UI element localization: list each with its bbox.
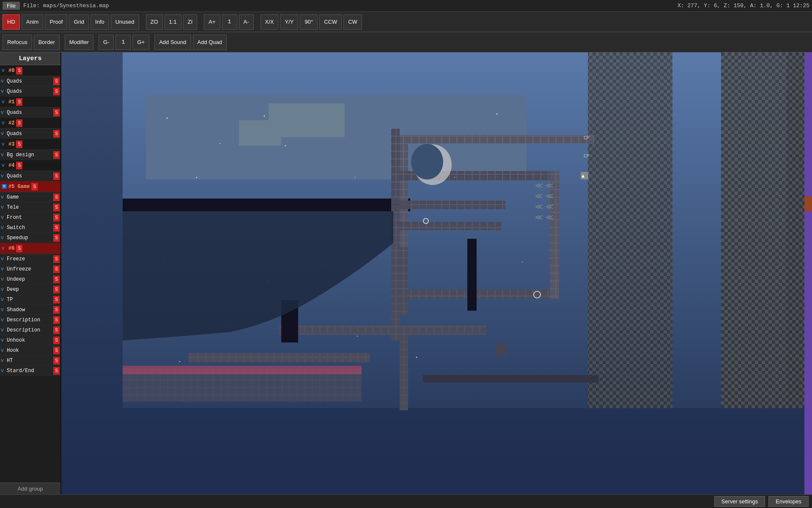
layer-s[interactable]: S [53,193,60,201]
layer-row[interactable]: V Game S [0,192,60,202]
layer-v[interactable]: V [1,287,6,292]
btn-add-quad[interactable]: Add Quad [193,35,227,50]
btn-anim[interactable]: Anim [22,14,44,30]
group-v-4[interactable]: V [2,163,7,168]
group-header-6[interactable]: V #6 S [0,243,60,254]
layer-s[interactable]: S [53,306,60,314]
group-s-2[interactable]: S [16,119,22,127]
layer-v[interactable]: V [1,307,6,312]
group-v-1[interactable]: V [2,99,7,105]
group-s-0[interactable]: S [16,67,22,75]
layer-row[interactable]: V TP S [0,295,60,305]
envelopes-button[interactable]: Envelopes [768,496,809,507]
layer-row[interactable]: V Quads S [0,129,60,139]
layer-s[interactable]: S [53,204,60,211]
layer-row[interactable]: V Switch S [0,223,60,233]
btn-info[interactable]: Info [91,14,109,30]
layer-v[interactable]: V [1,215,6,220]
group-header-2[interactable]: V #2 S [0,118,60,129]
layer-s[interactable]: S [53,367,60,375]
layer-v[interactable]: V [1,131,6,136]
layer-row[interactable]: V Deep S [0,284,60,295]
layer-row-unhook[interactable]: V Unhook S [0,335,60,345]
btn-border[interactable]: Border [34,35,60,50]
group-header-0[interactable]: V #0 S [0,65,60,76]
layer-v[interactable]: V [1,318,6,323]
group-v-2[interactable]: V [2,121,7,126]
layer-row[interactable]: V Hook S [0,345,60,356]
btn-hd[interactable]: HD [3,14,20,30]
layer-v[interactable]: V [1,79,6,84]
layer-s[interactable]: S [53,326,60,334]
btn-grid[interactable]: Grid [69,14,89,30]
layer-row[interactable]: V Front S [0,213,60,223]
group-header-4[interactable]: V #4 S [0,160,60,171]
layer-s[interactable]: S [53,172,60,180]
group-v-3[interactable]: V [2,142,7,147]
layer-v[interactable]: V [1,174,6,179]
layer-s[interactable]: S [53,316,60,324]
layer-row[interactable]: V Shadow S [0,305,60,315]
layer-s[interactable]: S [53,234,60,242]
map-canvas-area[interactable]: ≪ ≪ ≪ ≪ ≪ ≪ ≪ ≪ [61,52,812,494]
layer-v[interactable]: V [1,358,6,363]
layer-s[interactable]: S [53,286,60,293]
layer-row[interactable]: V Tele S [0,202,60,213]
group-header-1[interactable]: V #1 S [0,97,60,108]
btn-unused[interactable]: Unused [111,14,139,30]
layer-v[interactable]: V [1,235,6,240]
layer-v[interactable]: V [1,110,6,115]
layer-row[interactable]: V Quads S [0,108,60,118]
btn-90deg[interactable]: 90° [300,14,318,30]
layer-s[interactable]: S [53,337,60,344]
layer-row[interactable]: V Quads S [0,86,60,97]
group-header-3[interactable]: V #3 S [0,139,60,150]
btn-gm[interactable]: G- [99,35,114,50]
btn-modifier[interactable]: Modifier [65,35,93,50]
layer-v[interactable]: V [1,267,6,272]
layer-row[interactable]: V Description S [0,315,60,325]
layer-row[interactable]: V Description S [0,325,60,335]
btn-am[interactable]: A- [239,14,254,30]
btn-refocus[interactable]: Refocus [3,35,32,50]
btn-ap[interactable]: A+ [204,14,220,30]
btn-zi[interactable]: ZI [183,14,198,30]
layer-row[interactable]: V Freeze S [0,254,60,264]
layer-v[interactable]: V [1,348,6,353]
layer-row[interactable]: V Quads S [0,171,60,181]
btn-add-sound[interactable]: Add Sound [154,35,191,50]
file-menu[interactable]: File [3,2,20,10]
layer-v[interactable]: V [1,205,6,210]
btn-zo[interactable]: ZO [146,14,163,30]
layer-s[interactable]: S [53,265,60,273]
btn-cw[interactable]: CW [343,14,362,30]
layer-row[interactable]: V Quads S [0,76,60,86]
layer-row[interactable]: V Bg design S [0,150,60,160]
layer-row[interactable]: V Undeep S [0,274,60,284]
layer-s[interactable]: S [53,88,60,95]
layer-v[interactable]: V [1,277,6,282]
layer-v[interactable]: V [1,328,6,333]
layer-row[interactable]: V Unfreeze S [0,264,60,274]
btn-proof[interactable]: Proof [45,14,67,30]
btn-yy[interactable]: Y/Y [280,14,298,30]
layer-s[interactable]: S [53,357,60,364]
layer-v[interactable]: V [1,368,6,373]
layer-s[interactable]: S [53,130,60,138]
layer-v[interactable]: V [1,338,6,343]
group-s-3[interactable]: S [16,141,22,148]
layer-v[interactable]: V [1,225,6,230]
server-settings-button[interactable]: Server settings [714,496,765,507]
group-s-1[interactable]: S [16,98,22,106]
btn-ccw[interactable]: CCW [319,14,342,30]
add-group-button[interactable]: Add group [0,483,60,494]
layer-s[interactable]: S [53,347,60,354]
group-s-5[interactable]: S [31,183,38,190]
group-s-4[interactable]: S [16,162,22,169]
layer-s[interactable]: S [53,255,60,263]
group-v-6[interactable]: V [2,246,7,251]
layer-s[interactable]: S [53,77,60,85]
layer-v[interactable]: V [1,195,6,200]
layer-v[interactable]: V [1,297,6,302]
layer-s[interactable]: S [53,214,60,221]
